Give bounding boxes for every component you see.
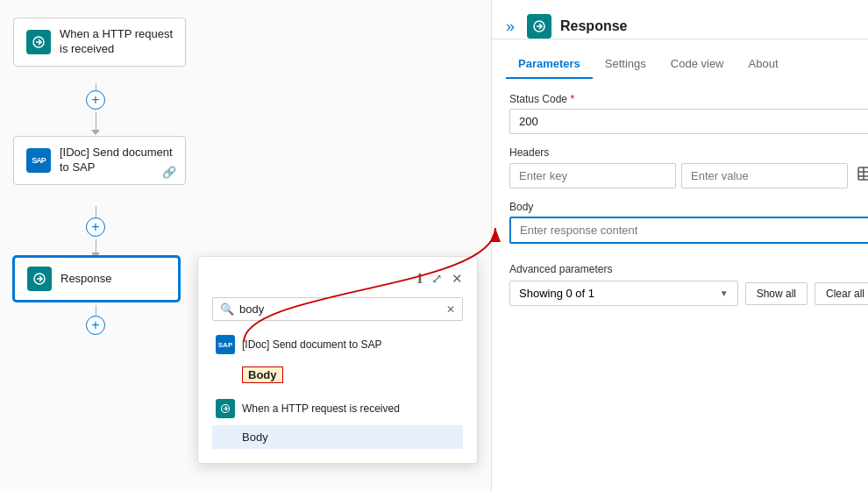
expand-icon[interactable]: ⤢ (431, 271, 443, 287)
tab-code-view[interactable]: Code view (658, 50, 736, 79)
canvas-area: When a HTTP request is received + SAP [I… (0, 0, 491, 491)
plus-button-1[interactable]: + (86, 90, 105, 110)
response-label: Response (60, 272, 112, 287)
dynamic-content-popup: ℹ ⤢ ✕ 🔍 ✕ SAP [IDoc] Send document to SA… (197, 256, 478, 464)
http-group-icon (216, 399, 235, 418)
advanced-dropdown-text: Showing 0 of 1 (519, 287, 594, 300)
http-trigger-label: When a HTTP request is received (60, 27, 173, 57)
sap-icon: SAP (26, 148, 51, 173)
status-code-label: Status Code * (509, 93, 868, 105)
clear-all-button[interactable]: Clear all (815, 282, 868, 305)
response-icon (27, 267, 52, 291)
panel-tabs: Parameters Settings Code view About (492, 50, 868, 79)
search-icon: 🔍 (220, 302, 234, 316)
required-indicator: * (570, 93, 574, 105)
plus-button-3[interactable]: + (86, 316, 105, 335)
popup-icons: ℹ ⤢ ✕ (417, 271, 463, 287)
panel-title: Response (560, 18, 868, 34)
sap-body-label: Body (242, 366, 283, 383)
header-key-input[interactable] (509, 163, 676, 189)
connector-arrow-1 (96, 112, 96, 130)
headers-label: Headers (509, 146, 868, 159)
sap-label: [IDoc] Send document to SAP (60, 146, 173, 175)
info-icon[interactable]: ℹ (417, 271, 423, 287)
header-value-input[interactable] (681, 163, 848, 189)
plus-button-2[interactable]: + (86, 217, 105, 237)
body-label: Body (509, 201, 868, 213)
sap-group-icon: SAP (216, 335, 235, 354)
search-input[interactable] (239, 302, 441, 316)
node-http-trigger[interactable]: When a HTTP request is received (13, 18, 186, 67)
right-panel: » Response Parameters Settings Code view… (491, 0, 868, 491)
status-code-input[interactable] (509, 109, 868, 134)
dynamic-content-list: SAP [IDoc] Send document to SAP Body Whe… (212, 328, 463, 449)
body-input[interactable] (509, 217, 868, 244)
panel-title-icon (527, 14, 551, 39)
sap-group-header: SAP [IDoc] Send document to SAP (212, 328, 463, 361)
tab-about[interactable]: About (736, 50, 791, 79)
collapse-button[interactable]: » (506, 18, 515, 36)
http-body-item[interactable]: Body (212, 425, 463, 449)
advanced-dropdown[interactable]: Showing 0 of 1 ▼ (509, 281, 738, 306)
arrow-1 (91, 130, 100, 135)
node-response[interactable]: Response (13, 256, 180, 302)
panel-body: Status Code * Headers Body Advanced para… (492, 79, 868, 491)
connector-3 (96, 239, 96, 253)
http-group-header: When a HTTP request is received (212, 392, 463, 425)
popup-header: ℹ ⤢ ✕ (212, 271, 463, 287)
panel-header: » Response (492, 0, 868, 39)
http-trigger-icon (26, 30, 51, 54)
clear-search-icon[interactable]: ✕ (446, 303, 455, 316)
advanced-row: Showing 0 of 1 ▼ Show all Clear all (509, 281, 868, 306)
tab-settings[interactable]: Settings (593, 50, 658, 79)
sap-group-label: [IDoc] Send document to SAP (242, 338, 381, 351)
table-icon[interactable] (853, 162, 868, 189)
chain-icon: 🔗 (162, 166, 176, 179)
headers-row (509, 162, 868, 189)
tab-parameters[interactable]: Parameters (506, 50, 593, 79)
show-all-button[interactable]: Show all (745, 282, 808, 305)
close-icon[interactable]: ✕ (452, 271, 463, 287)
node-sap[interactable]: SAP [IDoc] Send document to SAP 🔗 (13, 136, 186, 185)
chevron-down-icon: ▼ (720, 288, 729, 298)
sap-body-item[interactable]: Body (212, 361, 463, 388)
advanced-label: Advanced parameters (509, 263, 868, 275)
http-body-label: Body (242, 431, 268, 444)
search-box[interactable]: 🔍 ✕ (212, 297, 463, 321)
advanced-section: Advanced parameters Showing 0 of 1 ▼ Sho… (509, 263, 868, 306)
http-group-label: When a HTTP request is received (242, 402, 400, 415)
